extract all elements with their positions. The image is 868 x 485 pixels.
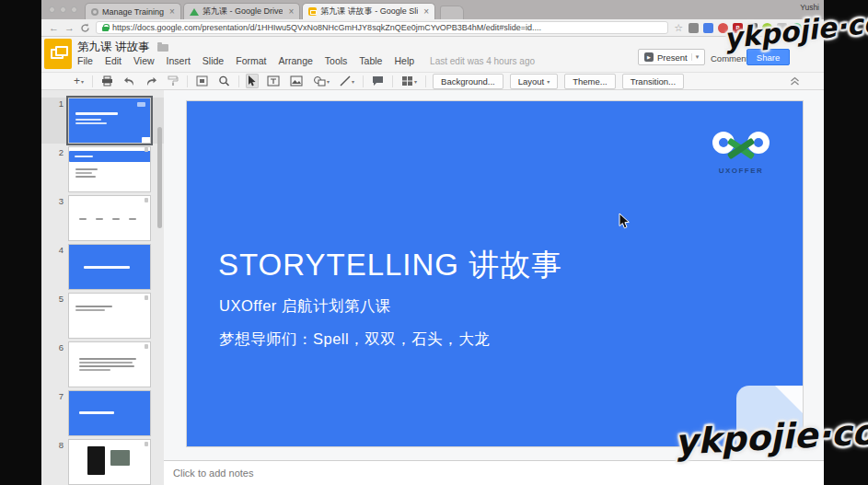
layout-caret-icon: ▾ [547, 78, 550, 85]
menu-table[interactable]: Table [359, 55, 382, 66]
tab-close-icon[interactable]: × [169, 6, 175, 17]
menu-insert[interactable]: Insert [167, 55, 191, 66]
back-icon[interactable]: ← [49, 23, 59, 33]
menu-format[interactable]: Format [236, 55, 266, 66]
slide-row: 1 [41, 98, 164, 144]
tab-close-icon[interactable]: × [423, 6, 429, 17]
current-slide[interactable]: UXOFFER STORYTELLING 讲故事 UXOffer 启航计划第八课… [187, 101, 803, 446]
bookmark-star-icon[interactable]: ☆ [674, 23, 683, 33]
menu-tools[interactable]: Tools [325, 55, 348, 66]
new-slide-button[interactable]: + ▾ [72, 74, 86, 88]
slide-row: 7 [41, 390, 164, 436]
slide-subtitle-text[interactable]: UXOffer 启航计划第八课 [219, 296, 391, 317]
url-text[interactable]: https://docs.google.com/presentation/d/1… [112, 23, 541, 32]
insert-table-button[interactable]: ▾ [399, 74, 419, 88]
menu-help[interactable]: Help [394, 55, 414, 66]
slide-thumbnail[interactable] [68, 244, 151, 290]
new-slide-caret-icon[interactable]: ▾ [81, 78, 84, 85]
undo-button[interactable] [122, 74, 137, 88]
background-button[interactable]: Background... [433, 74, 503, 89]
print-button[interactable] [99, 74, 115, 88]
layout-label: Layout [518, 76, 545, 87]
slide-row: 5 [41, 293, 164, 339]
insert-line-button[interactable]: ▾ [338, 74, 356, 88]
insert-image-button[interactable] [288, 74, 305, 88]
theme-button[interactable]: Theme... [564, 74, 616, 89]
document-title[interactable]: 第九课 讲故事 [77, 40, 149, 55]
table-caret-icon[interactable]: ▾ [414, 78, 417, 85]
select-tool-button[interactable] [246, 74, 259, 88]
zoom-window-icon[interactable] [71, 6, 77, 13]
insert-comment-button[interactable] [370, 74, 386, 88]
zoom-button[interactable] [216, 74, 232, 88]
slide-thumbnail[interactable] [68, 341, 151, 387]
slide-mentors-text[interactable]: 梦想导师们：Spell，双双，石头，大龙 [219, 329, 490, 350]
thumbnail-content-shape [84, 266, 130, 269]
shape-caret-icon[interactable]: ▾ [327, 78, 330, 85]
slide-filmstrip: 12345678 [41, 90, 164, 485]
menu-file[interactable]: File [77, 55, 93, 66]
thumbnail-content-shape [145, 295, 148, 300]
extension-blue[interactable] [703, 23, 713, 33]
toolbar-separator [392, 75, 393, 87]
present-label: Present [657, 52, 688, 63]
slide-thumbnail[interactable] [68, 439, 151, 485]
slide-number: 8 [45, 439, 64, 450]
play-icon: ▶ [644, 52, 654, 62]
slide-thumbnail[interactable] [68, 293, 151, 339]
filmstrip-scrollbar[interactable] [157, 127, 162, 228]
zoom-fit-button[interactable] [194, 74, 210, 88]
slide-row: 4 [41, 244, 164, 290]
menu-slide[interactable]: Slide [203, 55, 224, 66]
toolbar-separator [425, 75, 426, 87]
present-button[interactable]: ▶ Present ▾ [638, 49, 705, 65]
minimize-window-icon[interactable] [60, 6, 66, 13]
window-controls[interactable] [47, 0, 85, 19]
menu-bar: FileEditViewInsertSlideFormatArrangeTool… [77, 55, 535, 66]
menu-edit[interactable]: Edit [105, 55, 122, 66]
fold-triangle-icon [775, 386, 803, 413]
transition-button[interactable]: Transition... [622, 74, 684, 89]
slide-thumbnail[interactable] [68, 146, 151, 192]
browser-tab[interactable]: 第九课 - Google Drive× [183, 3, 300, 19]
present-caret-icon[interactable]: ▾ [691, 53, 700, 61]
tab-label: 第九课 讲故事 - Google Sli [320, 6, 418, 17]
slide-thumbnail[interactable] [68, 195, 151, 241]
thumbnail-content-shape [145, 198, 148, 202]
line-caret-icon[interactable]: ▾ [352, 78, 354, 85]
thumbnail-content-shape [87, 446, 105, 475]
browser-profile-name[interactable]: Yushi [800, 3, 819, 12]
move-to-folder-icon[interactable] [157, 44, 168, 52]
menu-view[interactable]: View [133, 55, 155, 66]
redo-button[interactable] [144, 74, 159, 88]
new-tab-button[interactable] [440, 6, 464, 19]
hide-menus-button[interactable] [790, 73, 800, 89]
thumbnail-content-shape [79, 369, 110, 371]
slide-title-text[interactable]: STORYTELLING 讲故事 [218, 245, 562, 286]
browser-tab[interactable]: Manage Training× [85, 3, 181, 19]
extension-grey-bird[interactable] [689, 23, 699, 33]
thumbnail-content-shape [75, 172, 92, 174]
tab-close-icon[interactable]: × [288, 6, 294, 17]
close-window-icon[interactable] [49, 6, 55, 13]
layout-button[interactable]: Layout ▾ [510, 74, 559, 89]
uxoffer-logo: UXOFFER [712, 132, 770, 174]
paint-format-button[interactable] [166, 74, 180, 88]
slide-thumbnail[interactable] [68, 390, 151, 436]
notes-placeholder[interactable]: Click to add notes [173, 468, 253, 479]
plus-icon: + [74, 75, 80, 87]
thumbnail-content-shape [79, 218, 87, 220]
thumbnail-content-shape [75, 122, 107, 124]
slide-thumbnail[interactable] [68, 98, 151, 144]
browser-tab[interactable]: 第九课 讲故事 - Google Sli× [302, 3, 435, 19]
slides-logo-icon[interactable] [44, 39, 72, 69]
forward-icon[interactable]: → [64, 23, 75, 33]
speaker-notes-bar[interactable]: Click to add notes [164, 460, 824, 485]
insert-shape-button[interactable]: ▾ [311, 74, 331, 88]
url-bar[interactable]: https://docs.google.com/presentation/d/1… [96, 21, 668, 34]
thumbnail-content-shape [145, 442, 148, 446]
menu-arrange[interactable]: Arrange [278, 55, 312, 66]
tab-strip: Manage Training×第九课 - Google Drive×第九课 讲… [41, 0, 824, 19]
reload-icon[interactable] [80, 23, 90, 33]
text-box-button[interactable] [265, 74, 282, 88]
